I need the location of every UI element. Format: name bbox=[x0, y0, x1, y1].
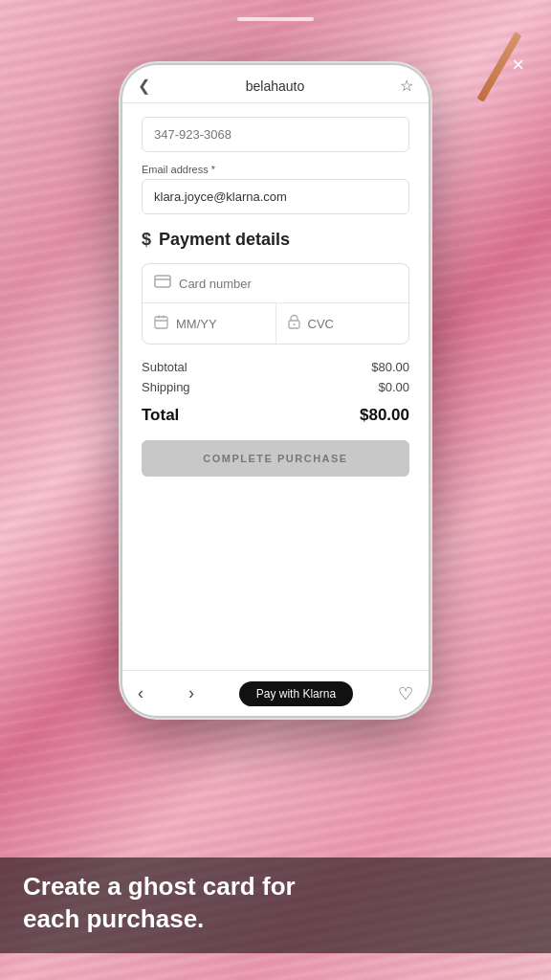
order-summary: Subtotal $80.00 Shipping $0.00 Total $80… bbox=[142, 360, 409, 425]
nav-back-button[interactable]: ‹ bbox=[138, 683, 143, 703]
email-field-group: Email address * bbox=[142, 164, 409, 214]
calendar-icon bbox=[154, 315, 168, 333]
email-label: Email address * bbox=[142, 164, 409, 175]
card-number-row bbox=[143, 264, 408, 303]
close-button[interactable]: × bbox=[512, 53, 524, 78]
email-input[interactable] bbox=[142, 179, 409, 214]
card-bottom-row bbox=[143, 303, 408, 344]
card-inputs-container bbox=[142, 263, 409, 345]
subtotal-row: Subtotal $80.00 bbox=[142, 360, 409, 374]
browser-header: ❮ belahauto ☆ bbox=[122, 65, 429, 103]
total-row: Total $80.00 bbox=[142, 404, 409, 425]
lock-icon bbox=[288, 314, 300, 333]
subtotal-label: Subtotal bbox=[142, 360, 187, 374]
svg-point-7 bbox=[293, 323, 295, 325]
browser-bookmark-button[interactable]: ☆ bbox=[400, 77, 413, 95]
svg-rect-2 bbox=[155, 317, 167, 328]
payment-title-text: Payment details bbox=[159, 230, 290, 250]
cvc-input[interactable] bbox=[308, 317, 398, 331]
caption-line1: Create a ghost card for bbox=[23, 871, 528, 903]
total-label: Total bbox=[142, 406, 179, 425]
total-value: $80.00 bbox=[360, 406, 409, 425]
klarna-button[interactable]: Pay with Klarna bbox=[239, 681, 353, 706]
nav-forward-button[interactable]: › bbox=[188, 683, 194, 703]
card-number-input[interactable] bbox=[179, 277, 397, 291]
card-cvc-section bbox=[276, 303, 409, 344]
shipping-label: Shipping bbox=[142, 380, 190, 394]
payment-section-title: $ Payment details bbox=[142, 230, 409, 250]
dollar-icon: $ bbox=[142, 230, 151, 250]
top-progress-bar bbox=[237, 17, 314, 21]
complete-purchase-button[interactable]: COMPLETE PURCHASE bbox=[142, 440, 409, 477]
shipping-row: Shipping $0.00 bbox=[142, 380, 409, 394]
shipping-value: $0.00 bbox=[378, 380, 409, 394]
phone-field-group bbox=[142, 117, 409, 152]
caption-line2: each purchase. bbox=[23, 903, 528, 936]
svg-rect-0 bbox=[155, 276, 170, 287]
phone-screen: ❮ belahauto ☆ Email address * $ Payment … bbox=[122, 65, 429, 716]
subtotal-value: $80.00 bbox=[371, 360, 409, 374]
card-expiry-section bbox=[143, 303, 276, 344]
nav-heart-button[interactable]: ♡ bbox=[398, 683, 413, 704]
browser-url-bar[interactable]: belahauto bbox=[246, 78, 305, 94]
caption-bar: Create a ghost card for each purchase. bbox=[0, 858, 551, 953]
credit-card-icon bbox=[154, 275, 171, 292]
phone-bottom-nav: ‹ › Pay with Klarna ♡ bbox=[122, 670, 429, 716]
phone-input[interactable] bbox=[142, 117, 409, 152]
expiry-input[interactable] bbox=[176, 317, 264, 331]
phone-frame: ❮ belahauto ☆ Email address * $ Payment … bbox=[122, 65, 429, 716]
browser-back-button[interactable]: ❮ bbox=[138, 77, 150, 95]
screen-content: Email address * $ Payment details bbox=[122, 103, 429, 660]
